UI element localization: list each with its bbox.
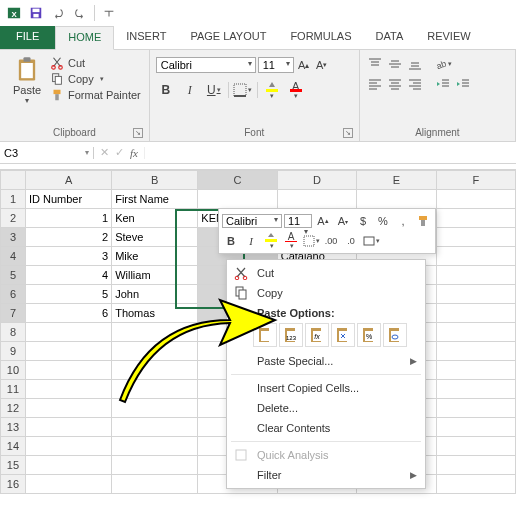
mini-font-color[interactable]: A [282,232,300,250]
mini-decrease-decimal[interactable]: .0 [342,232,360,250]
row-header[interactable]: 15 [1,456,26,475]
cell[interactable] [25,399,111,418]
cell[interactable]: 6 [25,304,111,323]
row-header[interactable]: 5 [1,266,26,285]
borders-button[interactable] [233,80,253,100]
paste-button[interactable]: Paste ▾ [6,52,48,126]
ctx-cut[interactable]: Cut [227,263,425,283]
cell[interactable] [436,456,515,475]
cell[interactable] [25,323,111,342]
col-header-f[interactable]: F [436,171,515,190]
cell[interactable] [25,475,111,494]
cell[interactable] [436,361,515,380]
mini-fill-color[interactable] [262,232,280,250]
cell[interactable] [112,456,198,475]
cell[interactable]: First Name [112,190,198,209]
font-name-select[interactable]: Calibri [156,57,256,73]
decrease-indent-button[interactable] [434,76,452,92]
row-header[interactable]: 13 [1,418,26,437]
cell[interactable]: Steve [112,228,198,247]
underline-button[interactable]: U [204,80,224,100]
align-middle-button[interactable] [386,56,404,72]
cell[interactable] [357,190,436,209]
increase-indent-button[interactable] [454,76,472,92]
cell[interactable] [436,247,515,266]
ctx-copy[interactable]: Copy [227,283,425,303]
mini-currency-button[interactable]: $ [354,212,372,230]
cell[interactable]: 1 [25,209,111,228]
mini-increase-decimal[interactable]: .00 [322,232,340,250]
tab-file[interactable]: FILE [0,26,55,49]
mini-percent-button[interactable]: % [374,212,392,230]
align-left-button[interactable] [366,76,384,92]
save-icon[interactable] [26,3,46,23]
row-header[interactable]: 11 [1,380,26,399]
align-right-button[interactable] [406,76,424,92]
row-header[interactable]: 2 [1,209,26,228]
ctx-clear-contents[interactable]: Clear Contents [227,418,425,438]
tab-formulas[interactable]: FORMULAS [278,26,363,49]
cell[interactable]: Ken [112,209,198,228]
cell[interactable] [436,399,515,418]
cell[interactable]: Mike [112,247,198,266]
cell[interactable] [436,437,515,456]
align-center-button[interactable] [386,76,404,92]
tab-data[interactable]: DATA [364,26,416,49]
italic-button[interactable]: I [180,80,200,100]
cell[interactable]: 4 [25,266,111,285]
mini-bold[interactable]: B [222,232,240,250]
tab-page-layout[interactable]: PAGE LAYOUT [178,26,278,49]
cell[interactable] [112,418,198,437]
ctx-insert-copied[interactable]: Insert Copied Cells... [227,378,425,398]
mini-format-painter[interactable] [414,212,432,230]
paste-all-icon[interactable] [253,323,277,347]
mini-merge[interactable] [362,232,380,250]
cell[interactable] [436,380,515,399]
cell[interactable] [112,437,198,456]
fx-icon[interactable]: fx [130,147,145,159]
row-header[interactable]: 1 [1,190,26,209]
cell[interactable]: William [112,266,198,285]
cell[interactable] [436,475,515,494]
tab-review[interactable]: REVIEW [415,26,482,49]
cell[interactable] [25,342,111,361]
row-header[interactable]: 4 [1,247,26,266]
paste-values-icon[interactable]: 123 [279,323,303,347]
cell[interactable]: 3 [25,247,111,266]
clipboard-dialog-launcher[interactable]: ↘ [133,128,143,138]
cell[interactable] [25,380,111,399]
row-header[interactable]: 6 [1,285,26,304]
copy-button[interactable]: Copy▾ [50,72,141,86]
cell[interactable]: John [112,285,198,304]
cell[interactable] [25,418,111,437]
cell[interactable] [436,190,515,209]
row-header[interactable]: 8 [1,323,26,342]
row-header[interactable]: 16 [1,475,26,494]
cell[interactable]: 2 [25,228,111,247]
align-bottom-button[interactable] [406,56,424,72]
qat-customize-icon[interactable] [99,3,119,23]
cell[interactable] [112,380,198,399]
col-header-c[interactable]: C [198,171,277,190]
col-header-e[interactable]: E [357,171,436,190]
row-header[interactable]: 9 [1,342,26,361]
cell[interactable] [436,304,515,323]
mini-comma-button[interactable]: , [394,212,412,230]
font-size-select[interactable]: 11 [258,57,294,73]
cell[interactable] [436,342,515,361]
undo-icon[interactable] [48,3,68,23]
cell[interactable] [436,418,515,437]
col-header-b[interactable]: B [112,171,198,190]
cell[interactable]: 5 [25,285,111,304]
paste-formulas-icon[interactable]: fx [305,323,329,347]
ctx-filter[interactable]: Filter▶ [227,465,425,485]
mini-italic[interactable]: I [242,232,260,250]
tab-home[interactable]: HOME [55,26,114,50]
cell[interactable]: ID Number [25,190,111,209]
cell[interactable] [436,266,515,285]
col-header-d[interactable]: D [277,171,356,190]
cut-button[interactable]: Cut [50,56,141,70]
align-top-button[interactable] [366,56,384,72]
row-header[interactable]: 14 [1,437,26,456]
ctx-delete[interactable]: Delete... [227,398,425,418]
